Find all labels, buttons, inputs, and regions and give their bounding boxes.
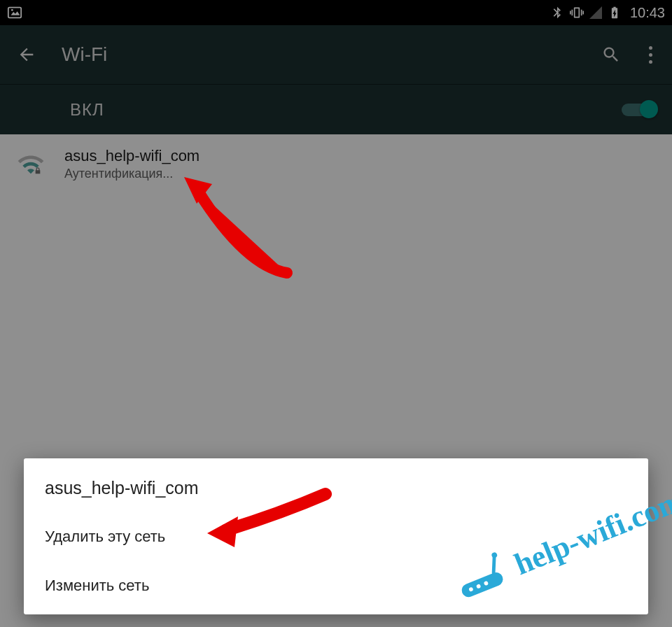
vibrate-icon — [570, 6, 584, 20]
wifi-toggle-label: ВКЛ — [70, 100, 104, 120]
svg-rect-0 — [8, 8, 21, 18]
header-actions — [601, 43, 655, 66]
wifi-signal-icon — [17, 150, 45, 178]
svg-point-2 — [11, 9, 13, 11]
svg-marker-1 — [11, 11, 20, 15]
edit-network-button[interactable]: Изменить сеть — [24, 561, 648, 610]
network-name: asus_help-wifi_com — [64, 147, 200, 165]
status-left — [7, 5, 22, 20]
cell-signal-icon — [589, 6, 602, 19]
network-context-dialog: asus_help-wifi_com Удалить эту сеть Изме… — [24, 458, 648, 614]
bluetooth-icon — [550, 6, 564, 20]
page-title: Wi-Fi — [62, 43, 601, 66]
app-header: Wi-Fi — [0, 25, 672, 84]
svg-marker-4 — [207, 516, 238, 547]
network-row[interactable]: asus_help-wifi_com Аутентификация... — [0, 134, 672, 194]
screenshot-icon — [7, 5, 22, 20]
back-arrow-icon[interactable] — [17, 45, 36, 64]
wifi-toggle-row: ВКЛ — [0, 84, 672, 134]
status-bar: 10:43 — [0, 0, 672, 25]
annotation-arrow-1 — [178, 171, 304, 286]
more-menu-icon[interactable] — [646, 43, 655, 66]
annotation-arrow-2 — [203, 486, 336, 558]
search-icon[interactable] — [601, 45, 621, 64]
clock-text: 10:43 — [630, 5, 665, 21]
status-right: 10:43 — [550, 5, 665, 21]
dialog-title: asus_help-wifi_com — [24, 458, 648, 512]
delete-network-button[interactable]: Удалить эту сеть — [24, 512, 648, 561]
battery-icon — [608, 6, 622, 20]
wifi-toggle-switch[interactable] — [622, 104, 655, 116]
